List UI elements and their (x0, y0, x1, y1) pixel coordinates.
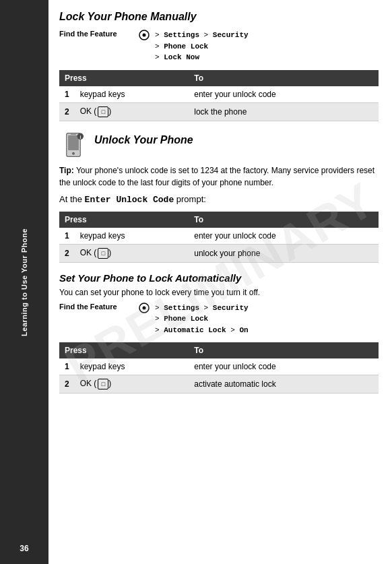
row1-press: keypad keys (75, 228, 189, 245)
tip-text: Tip: Your phone's unlock code is set to … (59, 164, 379, 189)
svg-rect-3 (68, 135, 79, 150)
row2-num: 2 (59, 102, 75, 121)
svg-rect-5 (71, 133, 76, 134)
section1-title: Lock Your Phone Manually (59, 11, 379, 23)
find-feature-label-1: Find the Feature (59, 30, 133, 38)
row2-to: unlock your phone (189, 244, 379, 262)
row1-press: keypad keys (75, 358, 189, 375)
ok-icon: □ (98, 106, 108, 117)
ok-icon: □ (98, 248, 108, 259)
table-row: 2 OK (□) activate automatic lock (59, 375, 379, 394)
row2-to: activate automatic lock (189, 375, 379, 394)
row1-to: enter your unlock code (189, 228, 379, 245)
find-feature-path-2: > Settings > Security> Phone Lock> Autom… (155, 303, 249, 336)
main-content: PRELIMINARY Lock Your Phone Manually Fin… (48, 0, 392, 564)
row2-to: lock the phone (189, 102, 379, 121)
find-feature-label-2: Find the Feature (59, 303, 133, 311)
table-row: 2 OK (□) unlock your phone (59, 244, 379, 262)
section2: i Unlock Your Phone Tip: Your phone's un… (59, 131, 379, 263)
page-number: 36 (20, 544, 28, 553)
row2-press: OK (□) (75, 375, 189, 394)
row2-press: OK (□) (75, 244, 189, 262)
row1-to: enter your unlock code (189, 86, 379, 103)
row1-num: 1 (59, 228, 75, 245)
section1: Lock Your Phone Manually Find the Featur… (59, 11, 379, 121)
table2-to-header: To (189, 212, 379, 228)
row2-num: 2 (59, 375, 75, 394)
find-feature-path-1: > Settings > Security> Phone Lock> Lock … (155, 30, 249, 63)
sidebar: Learning to Use Your Phone 36 (0, 0, 48, 564)
sidebar-label: Learning to Use Your Phone (20, 228, 28, 336)
svg-point-4 (72, 152, 75, 154)
table-3: Press To 1 keypad keys enter your unlock… (59, 342, 379, 394)
section3-desc: You can set your phone to lock every tim… (59, 288, 379, 297)
table-1: Press To 1 keypad keys enter your unlock… (59, 70, 379, 121)
table-row: 1 keypad keys enter your unlock code (59, 358, 379, 375)
table-row: 2 OK (□) lock the phone (59, 102, 379, 121)
row1-press: keypad keys (75, 86, 189, 103)
svg-point-1 (143, 34, 146, 37)
table2-press-header: Press (59, 212, 189, 228)
section2-header: i Unlock Your Phone (59, 131, 379, 159)
table3-to-header: To (189, 342, 379, 358)
table3-press-header: Press (59, 342, 189, 358)
row1-num: 1 (59, 358, 75, 375)
section2-title: Unlock Your Phone (94, 131, 193, 148)
table1-press-header: Press (59, 70, 189, 86)
row1-to: enter your unlock code (189, 358, 379, 375)
table-2: Press To 1 keypad keys enter your unlock… (59, 212, 379, 263)
svg-point-9 (143, 306, 146, 309)
find-feature-row-1: Find the Feature > Settings > Security> … (59, 30, 379, 63)
prompt-code: Enter Unlock Code (85, 195, 174, 205)
ok-icon: □ (98, 379, 108, 389)
section3: Set Your Phone to Lock Automatically You… (59, 272, 379, 394)
svg-text:i: i (79, 134, 81, 139)
phone-icon-box: i (59, 131, 88, 159)
find-feature-row-2: Find the Feature > Settings > Security> … (59, 303, 379, 336)
row1-num: 1 (59, 86, 75, 103)
table-row: 1 keypad keys enter your unlock code (59, 228, 379, 245)
menu-icon-1 (139, 30, 150, 42)
table1-to-header: To (189, 70, 379, 86)
row2-num: 2 (59, 244, 75, 262)
section3-title: Set Your Phone to Lock Automatically (59, 272, 379, 284)
menu-icon-2 (139, 303, 150, 315)
table-row: 1 keypad keys enter your unlock code (59, 86, 379, 103)
prompt-text: At the Enter Unlock Code prompt: (59, 194, 379, 205)
row2-press: OK (□) (75, 102, 189, 121)
tip-label: Tip: (59, 166, 74, 175)
